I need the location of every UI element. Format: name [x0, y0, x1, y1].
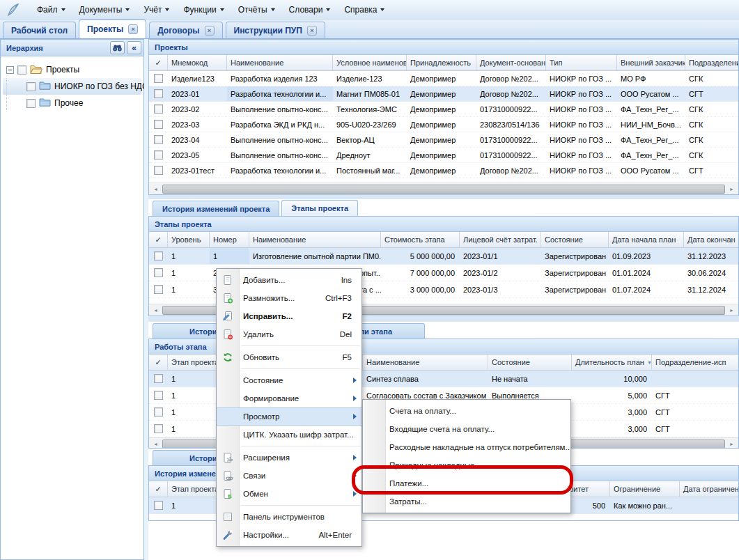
- tree-node-1[interactable]: НИОКР по ГОЗ без НДС: [3, 78, 141, 95]
- projects-row-4[interactable]: 2023-04Выполнение опытно-конс...Вектор-А…: [149, 132, 738, 148]
- tree-checkbox[interactable]: [26, 82, 36, 91]
- projects-row-2[interactable]: 2023-02Выполнение опытно-конс...Технолог…: [149, 102, 738, 117]
- stages-col-3[interactable]: Наименование: [249, 232, 381, 247]
- stages-col-0[interactable]: ✓: [149, 232, 168, 247]
- row-checkbox[interactable]: [154, 166, 163, 175]
- context-menu-item-17[interactable]: Настройки...Alt+Enter: [217, 526, 361, 544]
- projects-col-3[interactable]: Условное наименова: [333, 55, 407, 70]
- context-menu-item-2[interactable]: Исправить...F2: [217, 307, 361, 325]
- menubar-item-6[interactable]: Справка: [336, 2, 391, 17]
- collapse-left-icon[interactable]: «: [127, 41, 141, 54]
- menubar-item-2[interactable]: Учёт: [136, 2, 176, 17]
- row-checkbox[interactable]: [154, 285, 163, 294]
- history-col-5[interactable]: Ограничение: [610, 481, 680, 497]
- projects-col-5[interactable]: Документ-основан: [476, 55, 546, 70]
- menubar-item-3[interactable]: Функции: [176, 2, 230, 17]
- scroll-right-icon[interactable]: ►: [726, 439, 738, 449]
- scroll-left-icon[interactable]: ◄: [150, 184, 162, 194]
- stages-col-2[interactable]: Номер: [210, 232, 249, 247]
- stage-tab-1[interactable]: Этапы проекта: [281, 200, 358, 216]
- stages-col-6[interactable]: Состояние: [541, 232, 609, 247]
- scrollbar-thumb[interactable]: [162, 185, 725, 194]
- stages-col-8[interactable]: Дата окончан: [684, 232, 739, 247]
- scroll-right-icon[interactable]: ►: [726, 184, 738, 194]
- tree-expander-icon[interactable]: [6, 66, 14, 74]
- view-submenu-item-4[interactable]: Платежи...: [363, 474, 570, 492]
- tree-checkbox[interactable]: [26, 99, 36, 108]
- window-tab-0[interactable]: Рабочий стол: [3, 22, 76, 38]
- projects-col-0[interactable]: ✓: [149, 55, 168, 70]
- view-submenu-item-1[interactable]: Входящие счета на оплату...: [363, 420, 570, 438]
- context-menu-item-7[interactable]: Состояние: [217, 371, 361, 389]
- row-checkbox[interactable]: [154, 424, 163, 433]
- works-col-4[interactable]: Состояние: [488, 355, 572, 370]
- context-menu-item-5[interactable]: ОбновитьF5: [217, 348, 361, 366]
- close-icon[interactable]: ×: [307, 26, 317, 36]
- context-menu-item-1[interactable]: Размножить...Ctrl+F3: [217, 289, 361, 307]
- projects-row-1[interactable]: 2023-01Разработка технологии и...Магнит …: [149, 86, 738, 102]
- projects-row-5[interactable]: 2023-05Выполнение опытно-конс...Дредноут…: [149, 148, 738, 163]
- scroll-left-icon[interactable]: ◄: [150, 439, 162, 449]
- projects-col-6[interactable]: Тип: [546, 55, 617, 70]
- projects-col-7[interactable]: Внешний заказчик: [617, 55, 685, 70]
- context-menu-item-12[interactable]: Расширения: [217, 449, 361, 467]
- context-menu-item-14[interactable]: Обмен: [217, 485, 361, 503]
- scroll-right-icon[interactable]: ►: [726, 305, 738, 316]
- row-checkbox[interactable]: [154, 407, 163, 417]
- context-menu-item-10[interactable]: ЦИТК. Указать шифр затрат...: [217, 426, 361, 444]
- works-col-3[interactable]: Наименование: [363, 355, 488, 370]
- works-col-0[interactable]: ✓: [149, 355, 168, 370]
- row-checkbox[interactable]: [154, 104, 163, 114]
- row-checkbox[interactable]: [154, 251, 163, 260]
- window-tab-3[interactable]: Инструкции ПУП×: [226, 22, 325, 38]
- row-checkbox[interactable]: [154, 89, 163, 98]
- context-menu-item-9[interactable]: Просмотр: [217, 407, 361, 426]
- menubar-item-0[interactable]: Файл: [29, 2, 72, 17]
- stage-tab-0[interactable]: История изменений проекта: [153, 201, 279, 216]
- row-checkbox[interactable]: [154, 501, 163, 510]
- context-menu-item-13[interactable]: Связи: [217, 467, 361, 485]
- row-checkbox[interactable]: [154, 120, 163, 129]
- projects-col-4[interactable]: Принадлежность: [407, 55, 476, 70]
- row-checkbox[interactable]: [154, 150, 163, 160]
- projects-col-1[interactable]: Мнемокод: [168, 55, 227, 70]
- menubar-item-4[interactable]: Отчёты: [231, 2, 281, 17]
- projects-col-8[interactable]: Подразделени: [685, 55, 739, 70]
- works-col-6[interactable]: Подразделение-исп: [652, 355, 739, 370]
- menubar-item-1[interactable]: Документы: [72, 2, 137, 17]
- history-col-6[interactable]: Дата ограничения: [680, 481, 739, 497]
- view-submenu-item-0[interactable]: Счета на оплату...: [363, 402, 570, 420]
- projects-row-3[interactable]: 2023-03Разработка ЭКД и РКД н...905-U020…: [149, 117, 738, 132]
- context-menu-item-16[interactable]: Панель инструментов: [217, 508, 361, 526]
- menubar-item-5[interactable]: Словари: [281, 2, 337, 17]
- row-checkbox[interactable]: [154, 268, 163, 277]
- tree-node-2[interactable]: Прочее: [3, 95, 141, 111]
- binoculars-icon[interactable]: [110, 41, 125, 54]
- history-col-0[interactable]: ✓: [149, 481, 168, 497]
- context-menu-item-8[interactable]: Формирование: [217, 389, 361, 407]
- window-tab-1[interactable]: Проекты×: [79, 20, 146, 38]
- row-checkbox[interactable]: [154, 391, 163, 400]
- row-checkbox[interactable]: [154, 374, 163, 383]
- view-submenu-item-5[interactable]: Затраты...: [363, 492, 570, 511]
- row-checkbox[interactable]: [154, 135, 163, 144]
- stages-col-1[interactable]: Уровень: [168, 232, 210, 247]
- works-col-5[interactable]: Длительность план▼: [572, 355, 652, 370]
- projects-row-0[interactable]: Изделие123Разработка изделия 123Изделие-…: [149, 71, 738, 86]
- context-menu-item-3[interactable]: УдалитьDel: [217, 325, 361, 343]
- stages-col-7[interactable]: Дата начала план: [609, 232, 684, 247]
- row-checkbox[interactable]: [154, 74, 163, 83]
- close-icon[interactable]: ×: [205, 26, 215, 36]
- projects-col-2[interactable]: Наименование: [227, 55, 333, 70]
- projects-hscrollbar[interactable]: ◄►: [149, 182, 738, 194]
- view-submenu-item-3[interactable]: Приходные накладные...: [363, 456, 570, 474]
- tree-node-0[interactable]: Проекты: [3, 61, 141, 78]
- stages-col-5[interactable]: Лицевой счёт затрат.: [460, 232, 541, 247]
- close-icon[interactable]: ×: [128, 24, 138, 34]
- stages-col-4[interactable]: Стоимость этапа: [381, 232, 460, 247]
- tree-checkbox[interactable]: [17, 65, 26, 75]
- view-submenu-item-2[interactable]: Расходные накладные на отпуск потребител…: [363, 438, 570, 456]
- projects-row-6[interactable]: 2023-01тестРазработка технологии и...Пос…: [149, 163, 738, 178]
- stages-row-0[interactable]: 11Изготовление опытной партии ПМ0...5 00…: [149, 248, 738, 265]
- scroll-left-icon[interactable]: ◄: [150, 305, 162, 316]
